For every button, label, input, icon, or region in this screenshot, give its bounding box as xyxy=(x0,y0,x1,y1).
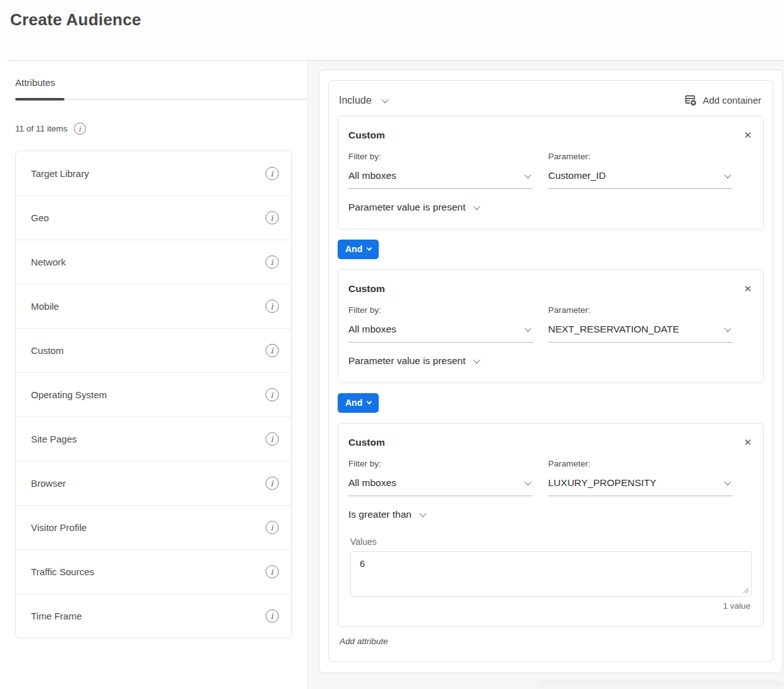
filter-by-label: Filter by: xyxy=(348,305,533,315)
attribute-list-item[interactable]: Browser i xyxy=(16,461,291,505)
attribute-label: Target Library xyxy=(31,168,89,179)
filter-by-value: All mboxes xyxy=(348,477,396,489)
add-container-label: Add container xyxy=(702,95,761,106)
filter-by-label: Filter by: xyxy=(348,459,533,468)
filter-by-value: All mboxes xyxy=(348,170,396,181)
and-operator-button[interactable]: And xyxy=(338,393,379,413)
filter-by-field: Filter by: All mboxes xyxy=(348,459,533,496)
chevron-down-icon xyxy=(367,245,372,250)
close-icon[interactable]: ✕ xyxy=(742,130,753,140)
chevron-down-icon xyxy=(474,203,481,210)
condition-card-custom-2: Custom ✕ Filter by: All mboxes Parameter… xyxy=(338,269,764,383)
filter-by-value: All mboxes xyxy=(348,324,396,335)
attribute-list-item[interactable]: Visitor Profile i xyxy=(16,505,291,549)
chevron-down-icon xyxy=(524,171,531,178)
info-icon[interactable]: i xyxy=(266,565,279,578)
attribute-list-item[interactable]: Site Pages i xyxy=(16,417,291,461)
attribute-list-item[interactable]: Traffic Sources i xyxy=(16,549,291,594)
parameter-select[interactable]: NEXT_RESERVATION_DATE xyxy=(548,324,733,343)
page-title: Create Audience xyxy=(10,10,141,30)
condition-card-custom-3: Custom ✕ Filter by: All mboxes Parameter… xyxy=(338,423,764,627)
items-count-row: 11 of 11 items i xyxy=(15,123,307,135)
add-container-button[interactable]: Add container xyxy=(684,94,761,107)
attribute-list-item[interactable]: Geo i xyxy=(16,195,291,240)
info-icon[interactable]: i xyxy=(266,432,279,446)
condition-card-custom-1: Custom ✕ Filter by: All mboxes Parameter… xyxy=(338,116,764,229)
info-icon[interactable]: i xyxy=(74,123,86,135)
info-icon[interactable]: i xyxy=(266,521,279,534)
tab-attributes[interactable]: Attributes xyxy=(15,77,55,88)
condition-select[interactable]: Parameter value is present xyxy=(348,355,479,367)
close-icon[interactable]: ✕ xyxy=(742,437,753,448)
attributes-list: Target Library i Geo i Network i Mobile … xyxy=(15,150,292,638)
filter-by-select[interactable]: All mboxes xyxy=(348,324,533,343)
info-icon[interactable]: i xyxy=(266,300,279,313)
attribute-label: Time Frame xyxy=(31,611,82,621)
values-label: Values xyxy=(350,537,753,547)
parameter-field: Parameter: NEXT_RESERVATION_DATE xyxy=(548,305,733,343)
attribute-label: Visitor Profile xyxy=(31,522,87,533)
condition-value: Is greater than xyxy=(348,509,412,520)
info-icon[interactable]: i xyxy=(266,167,279,180)
container-header: Include Add container xyxy=(338,88,764,107)
add-attribute-link[interactable]: Add attribute xyxy=(340,637,388,646)
and-operator-button[interactable]: And xyxy=(338,240,379,259)
parameter-label: Parameter: xyxy=(548,459,733,468)
attribute-list-item[interactable]: Custom i xyxy=(16,328,291,372)
condition-select[interactable]: Parameter value is present xyxy=(348,202,479,213)
close-icon[interactable]: ✕ xyxy=(742,283,753,294)
filter-by-field: Filter by: All mboxes xyxy=(348,305,533,343)
attribute-list-item[interactable]: Mobile i xyxy=(16,284,291,328)
attribute-label: Site Pages xyxy=(31,434,77,444)
attribute-label: Operating System xyxy=(31,389,107,400)
parameter-select[interactable]: Customer_ID xyxy=(548,170,733,189)
filter-by-label: Filter by: xyxy=(348,152,533,161)
page-header: Create Audience xyxy=(0,0,784,60)
filter-by-select[interactable]: All mboxes xyxy=(348,477,533,496)
attribute-label: Custom xyxy=(31,345,64,356)
attribute-list-item[interactable]: Operating System i xyxy=(16,372,291,417)
parameter-value: LUXURY_PROPENSITY xyxy=(548,477,656,489)
add-container-icon xyxy=(684,94,697,107)
values-field: Values 6 1 value xyxy=(348,537,753,611)
attribute-list-item[interactable]: Time Frame i xyxy=(16,594,291,638)
attribute-label: Mobile xyxy=(31,301,59,312)
parameter-field: Parameter: Customer_ID xyxy=(548,152,733,189)
chevron-down-icon xyxy=(524,479,531,485)
condition-value: Parameter value is present xyxy=(348,355,465,367)
include-dropdown[interactable]: Include xyxy=(339,95,388,106)
info-icon[interactable]: i xyxy=(266,388,279,401)
info-icon[interactable]: i xyxy=(266,255,279,269)
chevron-down-icon xyxy=(724,325,731,332)
include-container: Include Add container xyxy=(328,80,773,662)
card-title: Custom xyxy=(348,130,385,141)
condition-value: Parameter value is present xyxy=(348,202,465,213)
chevron-down-icon xyxy=(724,479,731,485)
parameter-select[interactable]: LUXURY_PROPENSITY xyxy=(548,477,733,496)
condition-select[interactable]: Is greater than xyxy=(348,509,426,520)
include-dropdown-label: Include xyxy=(339,95,372,106)
info-icon[interactable]: i xyxy=(266,477,279,490)
background-strip xyxy=(537,681,784,689)
items-count-text: 11 of 11 items xyxy=(15,124,68,133)
attribute-list-item[interactable]: Target Library i xyxy=(16,151,291,195)
attribute-label: Traffic Sources xyxy=(31,566,94,577)
parameter-value: NEXT_RESERVATION_DATE xyxy=(548,324,679,335)
and-label: And xyxy=(345,244,362,254)
info-icon[interactable]: i xyxy=(266,344,279,357)
info-icon[interactable]: i xyxy=(266,609,279,623)
attribute-label: Network xyxy=(31,257,66,267)
filter-by-select[interactable]: All mboxes xyxy=(348,170,533,189)
values-input[interactable]: 6 xyxy=(350,551,752,597)
chevron-down-icon xyxy=(524,325,531,332)
values-count: 1 value xyxy=(348,601,750,611)
info-icon[interactable]: i xyxy=(266,211,279,224)
audience-builder-workspace: Include Add container xyxy=(309,61,784,689)
chevron-down-icon xyxy=(367,399,372,404)
chevron-down-icon xyxy=(381,95,388,102)
parameter-value: Customer_ID xyxy=(548,170,606,181)
attribute-list-item[interactable]: Network i xyxy=(16,240,291,284)
active-tab-indicator xyxy=(15,98,64,101)
parameter-label: Parameter: xyxy=(548,152,733,161)
attributes-sidebar: Attributes 11 of 11 items i Target Libra… xyxy=(0,61,308,689)
